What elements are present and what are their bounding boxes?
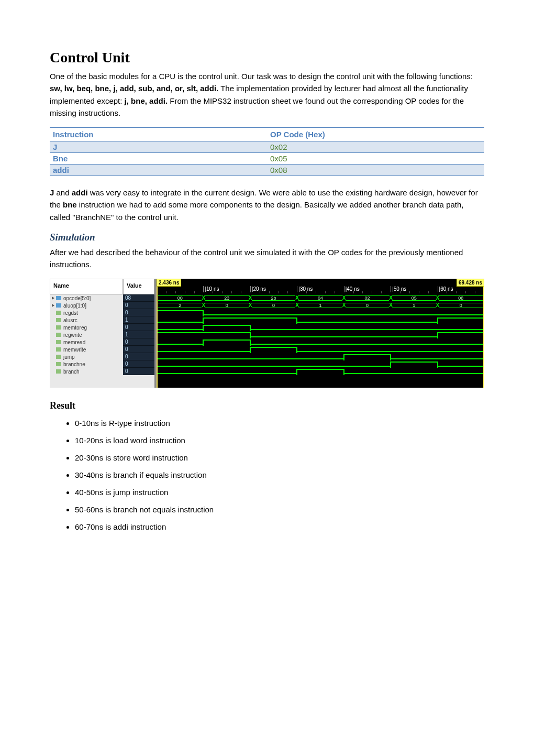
bus-segment: 2 <box>158 303 202 308</box>
bit-segment <box>438 354 484 359</box>
time-tick: |30 ns <box>297 286 313 292</box>
scalar-icon <box>56 369 61 374</box>
bit-segment <box>391 310 437 315</box>
opcode-header-instruction: Instruction <box>50 128 267 141</box>
signal-value: 0 <box>123 368 154 375</box>
waveform-row <box>157 324 484 331</box>
bus-segment: 02 <box>346 295 389 301</box>
value-header: Value <box>123 279 154 294</box>
bit-edge <box>437 317 438 324</box>
time-tick: |60 ns <box>438 286 453 292</box>
bit-segment <box>203 361 250 367</box>
bit-segment <box>438 361 484 367</box>
bit-segment <box>391 332 437 337</box>
signal-panel: Name opcode[5:0]aluop[1:0]regdstalusrcme… <box>50 279 157 388</box>
cell-instruction: J <box>50 141 267 153</box>
bit-segment <box>297 317 343 323</box>
bit-segment <box>297 339 343 345</box>
bit-edge <box>390 354 391 360</box>
bit-segment <box>438 369 484 374</box>
bus-segment: 23 <box>205 295 248 301</box>
bit-edge <box>203 325 204 331</box>
waveform-grid: 0023X2bX04X02X05X08X20X0X1X0X1X0X <box>157 294 484 388</box>
bit-segment <box>203 347 250 352</box>
bit-segment <box>250 310 297 315</box>
bit-segment <box>391 347 437 352</box>
signal-value: 1 <box>123 316 154 324</box>
signal-name: branch <box>50 368 123 375</box>
cursor-left-label: 2.436 ns <box>157 279 181 287</box>
intro-text-1: One of the basic modules for a CPU is th… <box>50 72 473 81</box>
signal-name: alusrc <box>50 316 123 324</box>
bus-transition-icon: X <box>389 303 392 308</box>
bit-segment <box>344 339 391 345</box>
waveform-row <box>157 309 484 316</box>
signal-name: jump <box>50 353 123 360</box>
bus-transition-icon: X <box>295 295 298 301</box>
time-tick: |40 ns <box>344 286 360 292</box>
waveform-panel: 2.436 ns 69.428 ns |10 ns|20 ns|30 ns|40… <box>157 279 484 388</box>
cell-opcode: 0x08 <box>267 165 484 176</box>
bit-edge <box>203 310 204 316</box>
bit-edge <box>437 332 438 338</box>
waveform-row <box>157 353 484 360</box>
bit-segment <box>250 369 297 374</box>
scalar-icon <box>56 340 61 344</box>
bit-segment <box>391 354 437 359</box>
signal-name: memread <box>50 338 123 346</box>
bit-segment <box>344 317 391 323</box>
bus-icon <box>56 296 61 300</box>
p2-and: and <box>54 188 71 197</box>
bit-edge <box>296 317 297 324</box>
scalar-icon <box>56 325 61 330</box>
bit-edge <box>296 369 297 375</box>
bus-segment: 04 <box>298 295 342 301</box>
cell-instruction: addi <box>50 165 267 176</box>
expand-icon[interactable] <box>52 297 54 300</box>
list-item: 50-60ns is branch not equals instruction <box>75 501 484 518</box>
signal-name-column: Name opcode[5:0]aluop[1:0]regdstalusrcme… <box>50 279 123 388</box>
waveform-row <box>157 346 484 353</box>
signal-name: memwrite <box>50 346 123 353</box>
bus-segment: 05 <box>392 295 436 301</box>
waveform-row <box>157 316 484 324</box>
integration-paragraph: J and addi was very easy to integrate in… <box>50 187 484 223</box>
cell-opcode: 0x02 <box>267 141 484 153</box>
list-item: 10-20ns is load word instruction <box>75 432 484 449</box>
page: Control Unit One of the basic modules fo… <box>0 0 534 567</box>
scalar-icon <box>56 311 61 315</box>
bit-segment <box>157 317 203 323</box>
bit-segment <box>438 339 484 345</box>
bit-segment <box>157 354 203 359</box>
bit-segment <box>157 310 203 315</box>
bit-segment <box>297 361 343 367</box>
bit-segment <box>344 310 391 315</box>
time-ruler: |10 ns|20 ns|30 ns|40 ns|50 ns|60 ns <box>157 286 484 294</box>
cell-instruction: Bne <box>50 153 267 165</box>
bit-segment <box>250 347 297 352</box>
scalar-icon <box>56 362 61 366</box>
bit-segment <box>250 317 297 323</box>
cell-opcode: 0x05 <box>267 153 484 165</box>
bus-icon <box>56 303 61 308</box>
bus-transition-icon: X <box>202 295 205 301</box>
bit-edge <box>203 339 204 346</box>
waveform-row <box>157 368 484 375</box>
bus-transition-icon: X <box>249 295 252 301</box>
intro-missing: j, bne, addi. <box>125 96 168 105</box>
bit-segment <box>438 325 484 330</box>
bus-transition-icon: X <box>436 303 439 308</box>
time-tick: |20 ns <box>250 286 266 292</box>
signal-value: 0 <box>123 324 154 331</box>
signal-value: 1 <box>123 331 154 338</box>
expand-icon[interactable] <box>52 304 54 307</box>
bit-segment <box>203 325 250 330</box>
bit-segment <box>157 369 203 374</box>
bit-edge <box>250 332 251 338</box>
bit-segment <box>344 325 391 330</box>
waveform-figure: Name opcode[5:0]aluop[1:0]regdstalusrcme… <box>50 279 484 388</box>
scalar-icon <box>56 318 61 322</box>
bit-segment <box>297 325 343 330</box>
bus-segment: 2b <box>252 295 295 301</box>
time-tick: |50 ns <box>391 286 406 292</box>
